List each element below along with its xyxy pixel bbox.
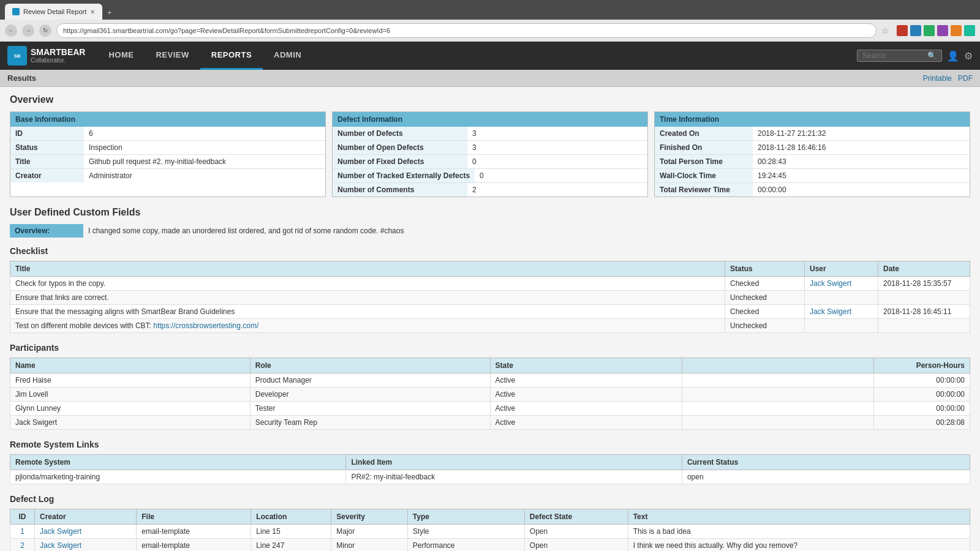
checklist-col-date: Date xyxy=(878,261,970,277)
defect-row-4: Number of Tracked Externally Defects 0 xyxy=(333,169,647,183)
checklist-col-status: Status xyxy=(725,261,805,277)
results-actions: Printable PDF xyxy=(923,74,973,83)
checklist-cell-date-4 xyxy=(878,319,970,333)
participant-state-2: Active xyxy=(490,388,682,402)
search-icon: 🔍 xyxy=(927,51,937,60)
participant-name-2: Jim Lovell xyxy=(10,388,251,402)
defect-type-1: Style xyxy=(407,525,524,539)
defect-col-state: Defect State xyxy=(524,509,628,525)
remote-col-status: Current Status xyxy=(682,455,970,470)
defect-type-2: Performance xyxy=(407,539,524,552)
participant-empty-2 xyxy=(682,388,873,402)
defect-col-severity: Severity xyxy=(331,509,408,525)
nav-item-review[interactable]: REVIEW xyxy=(145,42,200,70)
time-value-1: 2018-11-27 21:21:32 xyxy=(753,127,970,140)
user-link-1[interactable]: Jack Swigert xyxy=(810,279,851,288)
defect-id-1: 1 xyxy=(10,525,35,539)
settings-icon[interactable]: ⚙ xyxy=(964,50,973,62)
browser-extension-icons xyxy=(897,25,975,36)
defect-creator-1: Jack Swigert xyxy=(35,525,137,539)
time-info-header: Time Information xyxy=(655,112,970,127)
participants-col-role: Role xyxy=(250,358,490,373)
participants-row: Glynn Lunney Tester Active 00:00:00 xyxy=(10,402,970,416)
defect-state-1: Open xyxy=(524,525,628,539)
search-input[interactable] xyxy=(862,51,924,60)
participants-header-row: Name Role State Person-Hours xyxy=(10,358,970,373)
bookmark-icon[interactable]: ☆ xyxy=(881,26,889,36)
custom-field-value: I changed some copy, made an unordered l… xyxy=(88,227,404,235)
defect-header-row: ID Creator File Location Severity Type D… xyxy=(10,509,970,525)
participants-row: Jim Lovell Developer Active 00:00:00 xyxy=(10,388,970,402)
time-row-3: Total Person Time 00:28:43 xyxy=(655,155,970,169)
participant-role-1: Product Manager xyxy=(250,373,490,388)
checklist-row: Ensure that the messaging aligns with Sm… xyxy=(10,305,970,319)
defect-value-2: 3 xyxy=(467,141,647,154)
checklist-table: Title Status User Date Check for typos i… xyxy=(10,261,970,333)
defect-location-1: Line 15 xyxy=(251,525,331,539)
time-row-2: Finished On 2018-11-28 16:46:16 xyxy=(655,141,970,155)
defect-col-id: ID xyxy=(10,509,35,525)
defect-creator-link-2[interactable]: Jack Swigert xyxy=(40,541,81,550)
participant-empty-1 xyxy=(682,373,873,388)
tab-label: Review Detail Report xyxy=(23,8,86,15)
checklist-cell-title-1: Check for typos in the copy. xyxy=(10,277,725,291)
overview-title: Overview xyxy=(10,94,970,105)
participant-role-4: Security Team Rep xyxy=(250,416,490,430)
pdf-link[interactable]: PDF xyxy=(958,74,973,83)
checklist-cell-date-3: 2018-11-28 16:45:11 xyxy=(878,305,970,319)
defect-label-2: Number of Open Defects xyxy=(333,141,467,154)
custom-field-row-overview: Overview: I changed some copy, made an u… xyxy=(10,224,970,238)
remote-status-value: open xyxy=(682,470,970,484)
checklist-row: Check for typos in the copy. Checked Jac… xyxy=(10,277,970,291)
refresh-button[interactable]: ↻ xyxy=(39,24,51,37)
defect-row-3: Number of Fixed Defects 0 xyxy=(333,155,647,169)
checklist-cell-title-3: Ensure that the messaging aligns with Sm… xyxy=(10,305,725,319)
nav-item-admin[interactable]: ADMIN xyxy=(263,42,312,70)
participant-hours-2: 00:00:00 xyxy=(874,388,970,402)
participant-hours-4: 00:28:08 xyxy=(874,416,970,430)
participant-hours-3: 00:00:00 xyxy=(874,402,970,416)
app-header: SB SMARTBEAR Collaborator. HOME REVIEW R… xyxy=(0,42,980,70)
ext-icon-4 xyxy=(937,25,948,36)
remote-system-table: Remote System Linked Item Current Status… xyxy=(10,454,970,484)
base-info-row-id: ID 6 xyxy=(10,127,325,141)
checklist-cell-status-4: Unchecked xyxy=(725,319,805,333)
active-tab[interactable]: Review Detail Report ✕ xyxy=(5,4,102,20)
user-link-3[interactable]: Jack Swigert xyxy=(810,307,851,316)
printable-link[interactable]: Printable xyxy=(923,74,952,83)
new-tab-button[interactable]: + xyxy=(102,6,116,20)
participant-state-1: Active xyxy=(490,373,682,388)
defect-severity-1: Major xyxy=(331,525,408,539)
base-info-label-id: ID xyxy=(10,127,84,140)
participant-state-3: Active xyxy=(490,402,682,416)
defect-severity-2: Minor xyxy=(331,539,408,552)
cbt-link[interactable]: https://crossbrowsertesting.com/ xyxy=(153,321,258,330)
defect-id-link-1[interactable]: 1 xyxy=(20,527,24,536)
ext-icon-2 xyxy=(910,25,921,36)
participant-name-4: Jack Swigert xyxy=(10,416,251,430)
base-info-value-creator: Administrator xyxy=(84,169,325,182)
participants-col-hours: Person-Hours xyxy=(874,358,970,373)
defect-info-card: Defect Information Number of Defects 3 N… xyxy=(332,111,648,197)
user-icon[interactable]: 👤 xyxy=(947,50,959,62)
checklist-cell-status-2: Unchecked xyxy=(725,291,805,305)
tab-close-button[interactable]: ✕ xyxy=(90,9,95,15)
defect-row-5: Number of Comments 2 xyxy=(333,183,647,197)
checklist-cell-user-1: Jack Swigert xyxy=(805,277,878,291)
logo-area: SB SMARTBEAR Collaborator. xyxy=(7,46,85,66)
checklist-header-row: Title Status User Date xyxy=(10,261,970,277)
browser-nav: ← → ↻ ☆ xyxy=(0,20,980,42)
forward-button[interactable]: → xyxy=(22,24,34,37)
defect-id-link-2[interactable]: 2 xyxy=(20,541,24,550)
participants-col-state: State xyxy=(490,358,682,373)
nav-item-reports[interactable]: REPORTS xyxy=(200,42,263,70)
url-bar[interactable] xyxy=(56,23,876,38)
participant-state-4: Active xyxy=(490,416,682,430)
back-button[interactable]: ← xyxy=(5,24,17,37)
defect-label-3: Number of Fixed Defects xyxy=(333,155,467,168)
search-box[interactable]: 🔍 xyxy=(857,50,942,62)
defect-row-2: Number of Open Defects 3 xyxy=(333,141,647,155)
base-info-label-status: Status xyxy=(10,141,84,154)
defect-creator-link-1[interactable]: Jack Swigert xyxy=(40,527,81,536)
nav-item-home[interactable]: HOME xyxy=(97,42,145,70)
